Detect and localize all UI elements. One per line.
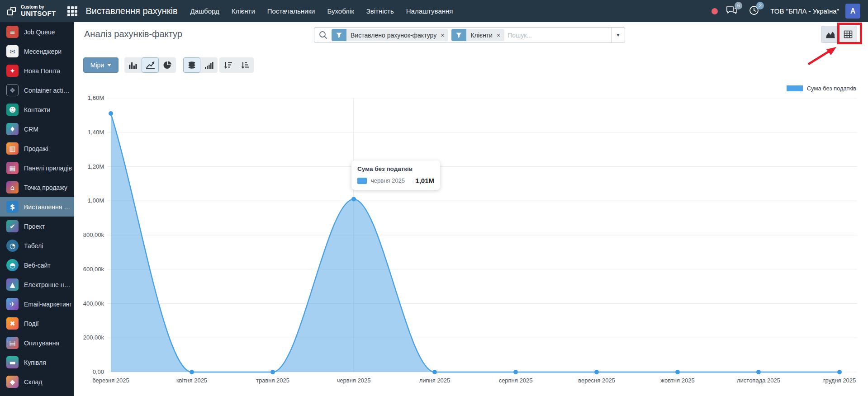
facet-remove-icon[interactable]: × [497,32,500,39]
x-axis-tick: червня 2025 [320,377,388,384]
search-icon [319,31,327,39]
sidebar-item-label: Веб-сайт [24,262,51,269]
sort-ascending-button[interactable] [237,57,254,73]
messengers-icon: ✉ [6,45,19,57]
topnav-reporting[interactable]: Звітність [366,7,394,15]
sidebar-item-label: Виставлення рахунків [24,203,73,211]
sidebar-item-contacts[interactable]: ☻Контакти [0,100,74,119]
x-axis-tick: серпня 2025 [482,377,550,384]
unitsoft-logo: Custom by UNITSOFT [7,5,56,17]
nova-poshta-icon: ✦ [6,65,19,77]
sidebar-item-label: CRM [24,126,38,133]
sidebar-item-label: Склад [24,378,43,386]
topnav-accounting[interactable]: Бухоблік [327,7,354,15]
sidebar-item-invoicing[interactable]: $Виставлення рахунків [0,197,74,217]
sort-descending-button[interactable] [219,57,237,73]
sidebar-item-timesheets[interactable]: ◔Табелі [0,236,74,255]
sidebar-item-label: Продажі [24,145,48,152]
recording-dot-icon [711,8,718,14]
topnav-customers[interactable]: Клієнти [232,7,255,15]
bar-chart-button[interactable] [124,57,142,73]
sidebar: ≡Job Queue✉Месенджери✦Нова Пошта❖Contain… [0,22,74,396]
sidebar-item-point-of-sale[interactable]: ⌂Точка продажу [0,178,74,197]
sidebar-item-nova-poshta[interactable]: ✦Нова Пошта [0,61,74,80]
sort-desc-icon [223,61,232,69]
y-axis-tick: 1,00M [74,197,104,204]
activities-button[interactable]: 2 [749,5,759,18]
search-bar[interactable]: Виставлено рахунок-фактуру×Клієнти× ▼ [314,27,625,43]
sidebar-item-label: Месенджери [24,48,62,55]
topnav-settings[interactable]: Налаштування [406,7,453,15]
container-actions-icon: ❖ [6,84,19,96]
sidebar-item-project[interactable]: ✔Проект [0,217,74,236]
unitsoft-logo-icon [7,6,17,17]
messages-button[interactable]: 6 [726,5,738,18]
y-axis-tick: 1,20M [74,163,104,170]
x-axis-tick: вересня 2025 [563,377,631,384]
facet-remove-icon[interactable]: × [441,32,444,39]
search-dropdown-toggle[interactable]: ▼ [611,28,625,42]
sidebar-item-label: Точка продажу [24,184,67,191]
company-name[interactable]: ТОВ "БПЛА - Україна" [770,7,839,15]
messages-badge: 6 [735,2,742,9]
tooltip-period: червня 2025 [371,177,405,184]
search-input[interactable] [508,32,611,39]
sidebar-item-container-actions[interactable]: ❖Container actions [0,80,74,100]
sidebar-item-events[interactable]: ✖Події [0,314,74,333]
graph-view-button[interactable] [821,26,839,42]
sidebar-item-label: Email-маркетинг [24,301,72,308]
sidebar-item-purchase[interactable]: ▬Купівля [0,353,74,372]
stacked-button[interactable] [183,57,200,73]
facet-invoiced[interactable]: Виставлено рахунок-фактуру× [332,29,448,41]
crm-icon: ♦ [6,123,19,135]
measures-button[interactable]: Міри [83,57,119,73]
measures-label: Міри [90,61,104,69]
logo-name: UNITSOFT [21,10,56,17]
line-chart-button[interactable] [142,57,159,73]
y-axis-tick: 600,00k [74,266,104,273]
sidebar-item-inventory[interactable]: ◆Склад [0,372,74,391]
pivot-view-button[interactable] [839,26,857,42]
sidebar-item-website[interactable]: ◓Веб-сайт [0,255,74,275]
topnav-dashboard[interactable]: Дашборд [190,7,219,15]
sidebar-item-crm[interactable]: ♦CRM [0,119,74,139]
y-axis-tick: 0,00 [74,368,104,375]
topnav-vendors[interactable]: Постачальники [267,7,315,15]
sidebar-item-email-marketing[interactable]: ✈Email-маркетинг [0,294,74,314]
avatar[interactable]: A [845,4,860,19]
chart-canvas[interactable] [74,72,868,396]
sidebar-item-sales[interactable]: ▥Продажі [0,139,74,158]
topbar-menu: ДашбордКлієнтиПостачальникиБухоблікЗвітн… [190,7,453,15]
annotation-arrow [803,43,843,67]
pivot-table-icon [844,30,853,38]
sidebar-item-label: Події [24,320,39,327]
sidebar-item-job-queue[interactable]: ≡Job Queue [0,22,74,42]
apps-menu-icon[interactable] [67,6,77,16]
facet-customers[interactable]: Клієнти× [451,29,504,41]
tooltip-swatch [357,178,367,184]
sidebar-item-label: Container actions [24,87,73,94]
sidebar-item-label: Електронне навчання [24,281,73,288]
app-title[interactable]: Виставлення рахунків [85,6,177,16]
x-axis-tick: липня 2025 [401,377,469,384]
sidebar-item-elearning[interactable]: ▲Електронне навчання [0,275,74,294]
cumulative-button[interactable] [200,57,218,73]
sidebar-item-label: Контакти [24,106,50,113]
sidebar-item-label: Нова Пошта [24,67,60,75]
timesheets-icon: ◔ [6,240,19,252]
sidebar-item-surveys[interactable]: ▤Опитування [0,333,74,353]
elearning-icon: ▲ [6,278,19,291]
sidebar-item-label: Job Queue [24,28,55,36]
x-axis-tick: жовтня 2025 [644,377,711,384]
tooltip-title: Сума без податків [357,165,434,172]
website-icon: ◓ [6,259,19,271]
area-chart-icon [825,30,835,38]
contacts-icon: ☻ [6,104,19,116]
sidebar-item-messengers[interactable]: ✉Месенджери [0,42,74,61]
y-axis-tick: 1,60M [74,94,104,101]
sidebar-item-label: Опитування [24,339,59,347]
surveys-icon: ▤ [6,337,19,349]
pie-chart-button[interactable] [159,57,176,73]
sidebar-item-dashboards[interactable]: ▦Панелі приладів [0,158,74,178]
stacked-layers-icon [187,61,196,69]
